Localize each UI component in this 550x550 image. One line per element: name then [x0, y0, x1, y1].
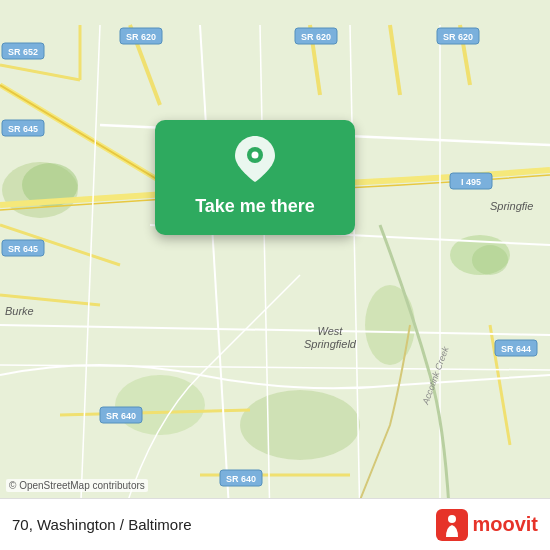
- moovit-text: moovit: [472, 513, 538, 536]
- svg-text:Springfie: Springfie: [490, 200, 533, 212]
- svg-text:SR 645: SR 645: [8, 124, 38, 134]
- svg-point-3: [365, 285, 415, 365]
- attribution-text: © OpenStreetMap contributors: [9, 480, 145, 491]
- bottom-bar: 70, Washington / Baltimore moovit: [0, 498, 550, 550]
- map-attribution: © OpenStreetMap contributors: [6, 479, 148, 492]
- take-me-there-label: Take me there: [195, 196, 315, 217]
- svg-point-4: [240, 390, 360, 460]
- svg-text:West: West: [318, 325, 344, 337]
- svg-text:Springfield: Springfield: [304, 338, 357, 350]
- svg-text:SR 620: SR 620: [443, 32, 473, 42]
- location-pin-icon: [235, 136, 275, 186]
- location-label: 70, Washington / Baltimore: [12, 516, 192, 533]
- svg-text:SR 652: SR 652: [8, 47, 38, 57]
- svg-text:I 495: I 495: [461, 177, 481, 187]
- moovit-logo: moovit: [436, 509, 538, 541]
- svg-text:SR 645: SR 645: [8, 244, 38, 254]
- svg-text:SR 640: SR 640: [226, 474, 256, 484]
- svg-point-7: [472, 245, 508, 275]
- svg-text:SR 644: SR 644: [501, 344, 531, 354]
- svg-text:SR 620: SR 620: [301, 32, 331, 42]
- svg-text:SR 620: SR 620: [126, 32, 156, 42]
- map-background: SR 652 SR 620 SR 620 SR 620 SR 645 I 495…: [0, 0, 550, 550]
- svg-point-58: [448, 515, 456, 523]
- moovit-icon: [436, 509, 468, 541]
- svg-text:Burke: Burke: [5, 305, 34, 317]
- map-container: SR 652 SR 620 SR 620 SR 620 SR 645 I 495…: [0, 0, 550, 550]
- svg-point-56: [252, 152, 259, 159]
- svg-text:SR 640: SR 640: [106, 411, 136, 421]
- take-me-there-card[interactable]: Take me there: [155, 120, 355, 235]
